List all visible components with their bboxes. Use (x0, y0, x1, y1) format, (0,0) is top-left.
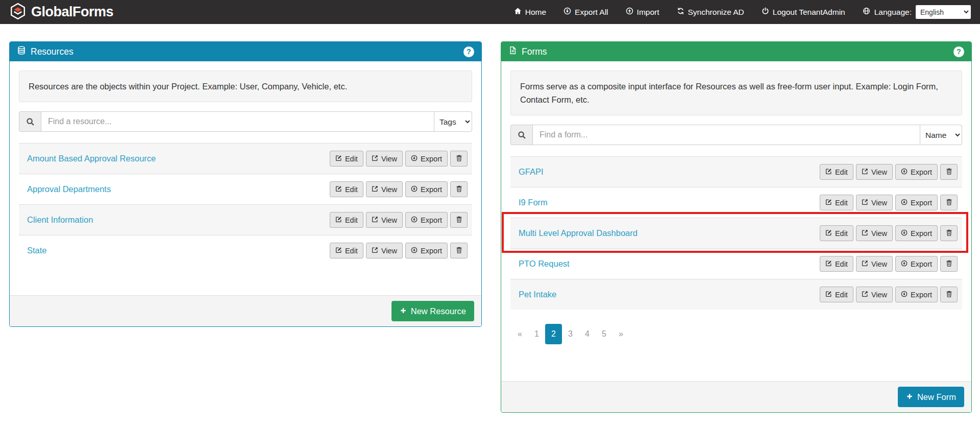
form-link[interactable]: PTO Request (519, 259, 570, 269)
form-link[interactable]: Pet Intake (519, 290, 556, 299)
nav-synchronize-ad[interactable]: Synchronize AD (677, 7, 744, 17)
resource-link[interactable]: Amount Based Approval Resource (27, 154, 156, 163)
new-resource-button[interactable]: New Resource (391, 301, 474, 321)
resource-row: State Edit View Export (19, 235, 472, 266)
resources-list: Amount Based Approval Resource Edit View… (19, 143, 472, 266)
row-actions: Edit View Export (820, 256, 958, 272)
delete-button[interactable] (940, 256, 958, 272)
view-button[interactable]: View (856, 287, 893, 302)
pagination-prev[interactable]: « (511, 324, 528, 344)
pagination: « 1 2 3 4 5 » (511, 324, 962, 344)
forms-help-icon[interactable]: ? (953, 46, 964, 57)
resource-filter-select[interactable]: Tags (434, 111, 472, 132)
pagination-page-4[interactable]: 4 (579, 324, 596, 344)
resource-link[interactable]: State (27, 246, 47, 255)
view-button[interactable]: View (366, 151, 403, 167)
edit-button[interactable]: Edit (820, 164, 853, 180)
row-actions: Edit View Export (820, 225, 958, 241)
view-button[interactable]: View (856, 256, 893, 272)
edit-button[interactable]: Edit (820, 225, 853, 241)
form-row: I9 Form Edit View Export (510, 187, 962, 218)
resource-link[interactable]: Client Information (27, 215, 93, 225)
view-button[interactable]: View (366, 212, 403, 228)
pagination-page-2-active[interactable]: 2 (545, 324, 562, 344)
delete-button[interactable] (940, 164, 958, 180)
edit-button[interactable]: Edit (330, 243, 363, 258)
plus-icon (906, 392, 913, 402)
nav-home[interactable]: Home (514, 7, 546, 17)
form-link[interactable]: Multi Level Approval Dashboard (519, 228, 638, 238)
export-button[interactable]: Export (895, 287, 938, 302)
export-icon (901, 199, 908, 207)
database-icon (17, 46, 26, 58)
nav-import[interactable]: Import (626, 7, 659, 17)
view-icon (372, 216, 378, 224)
pagination-page-1[interactable]: 1 (528, 324, 545, 344)
view-button[interactable]: View (856, 164, 893, 180)
export-button[interactable]: Export (895, 256, 938, 272)
trash-icon (945, 290, 953, 299)
edit-button[interactable]: Edit (330, 151, 363, 167)
pagination-page-5[interactable]: 5 (596, 324, 612, 344)
import-icon (626, 7, 633, 17)
export-button[interactable]: Export (895, 164, 938, 180)
main-content: Resources ? Resources are the objects wi… (0, 24, 980, 413)
view-icon (862, 260, 868, 268)
form-row-highlighted: Multi Level Approval Dashboard Edit View… (510, 218, 962, 248)
delete-button[interactable] (450, 151, 468, 167)
delete-button[interactable] (450, 181, 468, 197)
view-button[interactable]: View (366, 243, 403, 258)
view-icon (372, 155, 378, 163)
form-link[interactable]: I9 Form (519, 198, 548, 207)
edit-icon (825, 168, 832, 176)
row-actions: Edit View Export (820, 164, 958, 180)
new-form-button[interactable]: New Form (898, 387, 964, 407)
delete-button[interactable] (940, 225, 958, 241)
view-icon (862, 168, 868, 176)
edit-button[interactable]: Edit (820, 256, 853, 272)
delete-button[interactable] (450, 243, 468, 258)
form-file-icon (508, 46, 517, 57)
export-button[interactable]: Export (405, 212, 448, 228)
delete-button[interactable] (450, 212, 468, 228)
resource-link[interactable]: Approval Departments (27, 184, 111, 194)
export-button[interactable]: Export (895, 225, 938, 241)
resource-row: Amount Based Approval Resource Edit View… (19, 143, 472, 174)
delete-button[interactable] (940, 287, 958, 302)
language-select[interactable]: English (916, 5, 971, 19)
home-icon (514, 7, 522, 17)
resource-search-input[interactable] (41, 111, 434, 132)
row-actions: Edit View Export (330, 243, 468, 258)
trash-icon (455, 154, 463, 163)
edit-icon (335, 185, 342, 194)
form-search-input[interactable] (532, 125, 920, 145)
trash-icon (455, 185, 463, 194)
navbar: GlobalForms Home Export All Import Synch… (0, 0, 980, 24)
nav-logout[interactable]: Logout TenantAdmin (762, 7, 845, 17)
delete-button[interactable] (940, 195, 958, 210)
brand[interactable]: GlobalForms (9, 2, 113, 22)
export-button[interactable]: Export (405, 151, 448, 167)
view-button[interactable]: View (856, 225, 893, 241)
pagination-page-3[interactable]: 3 (562, 324, 579, 344)
export-button[interactable]: Export (895, 195, 938, 210)
export-button[interactable]: Export (405, 243, 448, 258)
edit-button[interactable]: Edit (820, 287, 853, 302)
view-button[interactable]: View (856, 195, 893, 210)
resources-help-icon[interactable]: ? (463, 46, 474, 57)
edit-button[interactable]: Edit (330, 181, 363, 197)
pagination-next[interactable]: » (612, 324, 629, 344)
forms-panel-footer: New Form (501, 381, 971, 412)
view-button[interactable]: View (366, 181, 403, 197)
edit-icon (825, 260, 832, 268)
form-filter-select[interactable]: Name (920, 125, 962, 145)
export-button[interactable]: Export (405, 181, 448, 197)
nav-export-all[interactable]: Export All (564, 7, 608, 17)
edit-button[interactable]: Edit (820, 195, 853, 210)
trash-icon (455, 246, 463, 255)
form-link[interactable]: GFAPI (519, 167, 544, 177)
language-label: Language: (874, 8, 912, 17)
edit-icon (825, 291, 832, 299)
export-icon (411, 247, 418, 255)
edit-button[interactable]: Edit (330, 212, 363, 228)
